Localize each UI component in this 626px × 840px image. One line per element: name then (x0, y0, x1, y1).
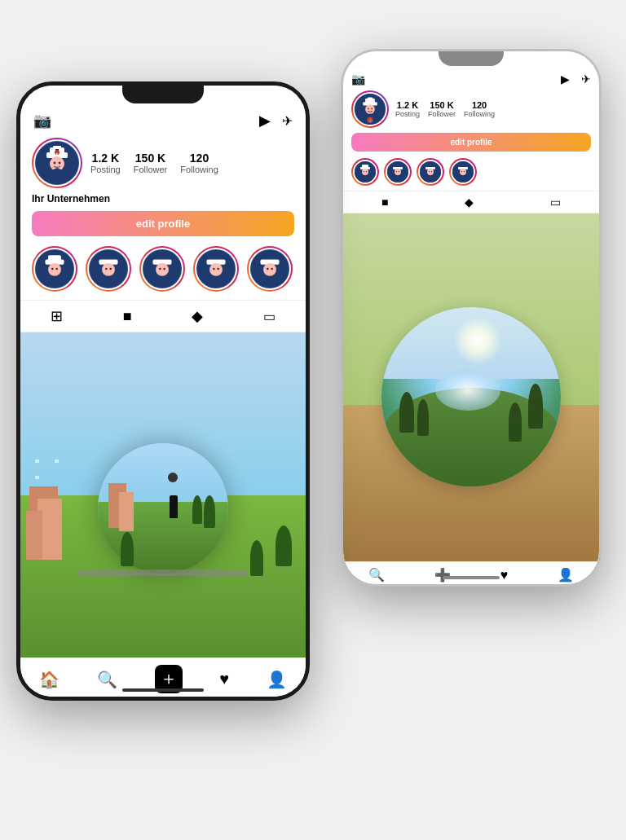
svg-rect-11 (362, 165, 368, 168)
svg-point-50 (109, 268, 111, 270)
back-story-4[interactable] (449, 158, 477, 186)
front-search-nav-icon[interactable]: 🔍 (97, 670, 117, 689)
front-portrait-icon[interactable]: ▭ (263, 309, 276, 324)
front-ig-screen: 📷 ▶︎ ✈ (20, 86, 306, 697)
front-tabs: ⊞ ■ ◆ ▭ (20, 300, 306, 332)
svg-point-24 (431, 171, 432, 172)
front-home-indicator (122, 688, 204, 692)
front-following-number: 120 (190, 152, 209, 165)
svg-point-5 (368, 108, 369, 109)
svg-point-27 (460, 169, 466, 175)
back-send-icon[interactable]: ✈ (581, 73, 591, 86)
back-avatar-ring: ⚓ (351, 90, 389, 128)
phone-front: 📷 ▶︎ ✈ (16, 81, 310, 701)
front-planet-circle (98, 443, 228, 574)
back-add-nav-icon[interactable]: ➕ (434, 567, 451, 583)
front-profile-nav-icon[interactable]: 👤 (267, 670, 287, 689)
svg-point-58 (209, 263, 223, 276)
front-stat-follower: 150 K Follower (134, 152, 168, 174)
front-avatar-svg: ★ (36, 142, 78, 184)
back-square-icon[interactable]: ■ (381, 196, 388, 209)
back-avatar-svg: ⚓ (355, 92, 386, 126)
front-username: Ihr Unternehmen (20, 193, 306, 208)
back-following-label: Following (464, 110, 495, 118)
front-story-1[interactable] (32, 246, 77, 292)
svg-rect-42 (48, 255, 61, 261)
svg-point-48 (102, 263, 115, 276)
back-diamond-icon[interactable]: ◆ (465, 196, 474, 209)
back-story-1[interactable] (351, 158, 379, 186)
front-following-label: Following (180, 165, 218, 174)
svg-point-45 (55, 268, 57, 270)
back-home-indicator (443, 576, 500, 579)
front-story-5[interactable] (247, 246, 293, 292)
front-topbar-right: ▶︎ ✈ (259, 112, 293, 130)
phone-back: 📷 ▶︎ ✈ (341, 49, 602, 587)
front-tiny-planet (20, 332, 306, 657)
front-send-icon[interactable]: ✈ (282, 113, 293, 129)
front-story-inner-2 (87, 248, 130, 290)
back-video-icon[interactable]: ▶︎ (561, 73, 570, 86)
front-home-nav-icon[interactable]: 🏠 (39, 670, 60, 689)
back-topbar-right: ▶︎ ✈ (561, 73, 591, 86)
back-profile-nav-icon[interactable]: 👤 (558, 567, 574, 583)
svg-point-12 (362, 169, 368, 175)
back-story-2[interactable] (384, 158, 412, 186)
svg-rect-3 (368, 97, 373, 99)
svg-point-14 (366, 171, 367, 172)
svg-point-37 (59, 162, 61, 165)
back-notch (439, 51, 504, 66)
back-stat-posting: 1.2 K Posting (395, 100, 420, 118)
svg-point-55 (163, 268, 165, 270)
front-story-2[interactable] (86, 246, 131, 292)
front-camera-icon[interactable]: 📷 (33, 112, 51, 130)
front-video-icon[interactable]: ▶︎ (259, 112, 271, 130)
front-story-3[interactable] (139, 246, 185, 292)
front-grid-icon[interactable]: ⊞ (51, 307, 63, 325)
front-story-inner-1 (33, 248, 76, 290)
svg-point-19 (399, 171, 399, 172)
back-camera-icon[interactable]: 📷 (351, 73, 365, 86)
svg-point-23 (429, 171, 430, 172)
front-posting-number: 1.2 K (92, 152, 119, 165)
svg-point-13 (364, 171, 364, 172)
svg-point-49 (105, 268, 107, 270)
back-story-inner-1 (353, 160, 377, 184)
back-story-inner-2 (386, 160, 410, 184)
front-screen: 📷 ▶︎ ✈ (20, 86, 306, 697)
front-photo (20, 332, 306, 657)
svg-point-29 (464, 171, 465, 172)
svg-point-17 (395, 169, 401, 175)
back-photo (343, 213, 599, 561)
svg-rect-33 (53, 146, 61, 149)
back-planet-circle (381, 307, 561, 486)
front-diamond-icon[interactable]: ◆ (192, 307, 203, 325)
svg-point-54 (159, 268, 161, 270)
svg-point-60 (217, 268, 218, 270)
front-story-inner-3 (141, 248, 183, 290)
front-follower-label: Follower (134, 165, 168, 174)
back-profile: ⚓ 1.2 K Posting 150 K Follower 120 (343, 89, 599, 131)
back-portrait-icon[interactable]: ▭ (550, 196, 561, 209)
svg-point-22 (427, 169, 434, 175)
back-avatar-inner: ⚓ (353, 92, 387, 126)
back-search-nav-icon[interactable]: 🔍 (368, 567, 385, 583)
back-topbar: 📷 ▶︎ ✈ (343, 68, 599, 89)
svg-point-43 (48, 263, 61, 276)
svg-point-64 (267, 268, 268, 270)
back-stat-follower: 150 K Follower (428, 100, 456, 118)
back-follower-number: 150 K (430, 100, 453, 110)
svg-point-36 (54, 162, 56, 165)
back-edit-profile-button[interactable]: edit profile (351, 133, 591, 152)
back-story-3[interactable] (417, 158, 444, 186)
front-profile: ★ 1.2 K Posting 150 K Follower 120 (20, 134, 306, 193)
front-square-icon[interactable]: ■ (123, 308, 132, 325)
back-heart-nav-icon[interactable]: ♥ (500, 568, 509, 583)
front-edit-profile-button[interactable]: edit profile (32, 211, 294, 236)
back-stat-following: 120 Following (464, 100, 495, 118)
front-story-4[interactable] (193, 246, 239, 292)
front-story-inner-4 (195, 248, 237, 290)
back-screen: 📷 ▶︎ ✈ (343, 51, 599, 584)
front-heart-nav-icon[interactable]: ♥ (219, 670, 229, 688)
svg-point-59 (213, 268, 214, 270)
